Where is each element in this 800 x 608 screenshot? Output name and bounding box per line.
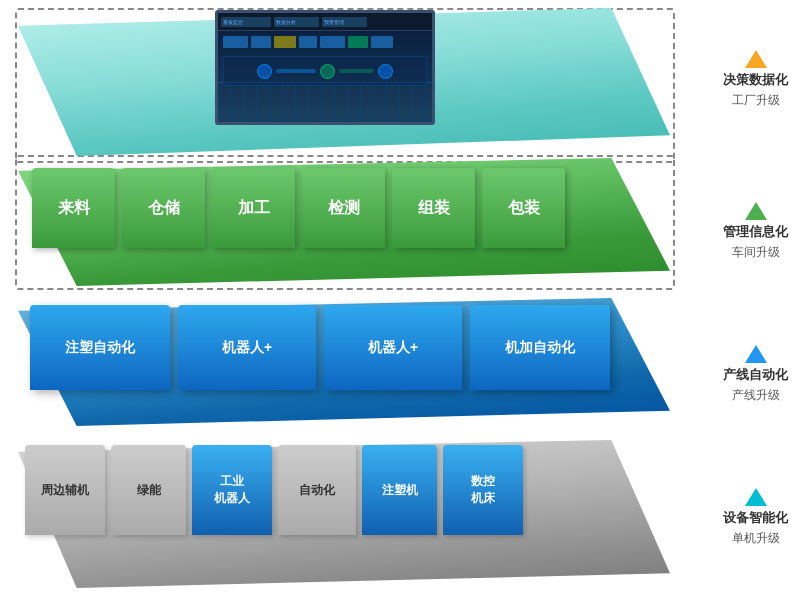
label-sub-3: 产线升级 xyxy=(732,387,780,404)
card-green-5: 组装 xyxy=(392,168,475,248)
arrow-green-dark xyxy=(745,202,767,220)
card-equip-3: 工业机器人 xyxy=(192,445,272,535)
card-equip-2: 绿能 xyxy=(111,445,186,535)
card-blue-2: 机器人+ xyxy=(178,305,316,390)
blue-cards-row: 注塑自动化 机器人+ 机器人+ 机加自动化 xyxy=(30,305,610,390)
card-green-4: 检测 xyxy=(302,168,385,248)
label-sub-1: 工厂升级 xyxy=(732,92,780,109)
monitor-bar-1: 看板监控 xyxy=(221,17,271,27)
monitor-bar-3: 预警管理 xyxy=(322,17,367,27)
label-layer1: 决策数据化 工厂升级 xyxy=(723,50,788,109)
arrow-cyan xyxy=(745,488,767,506)
card-blue-3: 机器人+ xyxy=(324,305,462,390)
label-layer3: 产线自动化 产线升级 xyxy=(723,345,788,404)
arrow-blue xyxy=(745,345,767,363)
label-sub-4: 单机升级 xyxy=(732,530,780,547)
label-sub-2: 车间升级 xyxy=(732,244,780,261)
label-layer4: 设备智能化 单机升级 xyxy=(723,488,788,547)
label-main-3: 产线自动化 xyxy=(723,366,788,384)
card-equip-6: 数控机床 xyxy=(443,445,523,535)
monitor-bar-2: 数据分析 xyxy=(274,17,319,27)
label-layer2: 管理信息化 车间升级 xyxy=(723,202,788,261)
label-main-1: 决策数据化 xyxy=(723,71,788,89)
card-equip-5: 注塑机 xyxy=(362,445,437,535)
arrow-orange xyxy=(745,50,767,68)
label-main-4: 设备智能化 xyxy=(723,509,788,527)
card-blue-4: 机加自动化 xyxy=(470,305,610,390)
card-equip-4: 自动化 xyxy=(278,445,356,535)
card-blue-1: 注塑自动化 xyxy=(30,305,170,390)
card-green-2: 仓储 xyxy=(122,168,205,248)
monitor: 看板监控 数据分析 预警管理 xyxy=(215,10,435,125)
card-green-3: 加工 xyxy=(212,168,295,248)
green-cards-row: 来料 仓储 加工 检测 组装 包装 xyxy=(32,168,565,248)
card-green-6: 包装 xyxy=(482,168,565,248)
label-main-2: 管理信息化 xyxy=(723,223,788,241)
card-equip-1: 周边辅机 xyxy=(25,445,105,535)
main-diagram: 看板监控 数据分析 预警管理 xyxy=(0,0,800,608)
monitor-screen-body xyxy=(218,31,432,122)
monitor-top-bar: 看板监控 数据分析 预警管理 xyxy=(218,13,432,31)
card-green-1: 来料 xyxy=(32,168,115,248)
gray-cards-row: 周边辅机 绿能 工业机器人 自动化 注塑机 数控机床 xyxy=(25,445,523,535)
